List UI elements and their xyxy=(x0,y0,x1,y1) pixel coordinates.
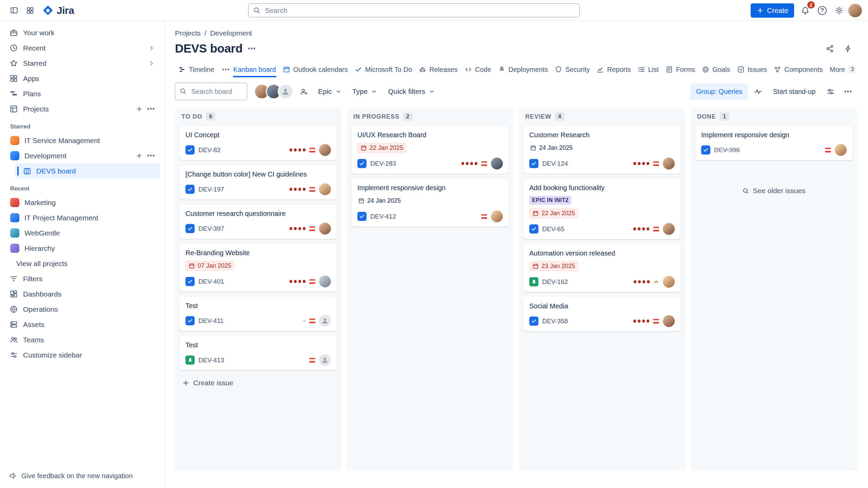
app-switcher-icon xyxy=(26,6,34,15)
issue-card[interactable]: Customer Research 24 Jan 2025 DEV-124 xyxy=(523,125,681,174)
insights-button[interactable] xyxy=(750,84,766,99)
add-project-icon[interactable] xyxy=(136,105,143,113)
see-older-issues-link[interactable]: See older issues xyxy=(737,183,810,198)
sidebar-item-assets[interactable]: Assets xyxy=(5,317,160,332)
sidebar-item-filters[interactable]: Filters xyxy=(5,271,160,286)
app-switcher-button[interactable] xyxy=(22,3,38,18)
help-button[interactable]: ? xyxy=(814,3,830,18)
breadcrumb-development[interactable]: Development xyxy=(210,29,252,37)
quick-filters-dropdown[interactable]: Quick filters xyxy=(383,83,439,100)
shield-icon xyxy=(555,66,562,73)
sidebar-item-operations[interactable]: Operations xyxy=(5,302,160,317)
main-content: Projects / Development DEVS board ⋯ Time… xyxy=(165,21,868,488)
tab-forms[interactable]: Forms xyxy=(662,62,699,77)
issue-card[interactable]: Test DEV-411 xyxy=(179,296,337,331)
due-date: 07 Jan 2025 xyxy=(198,262,231,269)
sidebar-item-hierarchy[interactable]: Hierarchy xyxy=(5,241,160,256)
task-type-icon xyxy=(357,212,367,221)
timeline-icon xyxy=(178,66,186,73)
collapse-sidebar-button[interactable] xyxy=(6,3,22,18)
board-settings-button[interactable] xyxy=(823,84,838,99)
medium-priority-icon xyxy=(309,147,316,152)
issue-card[interactable]: Add booking functionality EPIC IN INIT2 … xyxy=(523,178,681,239)
tab-goals[interactable]: Goals xyxy=(698,62,733,77)
sidebar-item-apps[interactable]: Apps xyxy=(5,71,160,86)
sidebar-item-devs-board[interactable]: DEVS board xyxy=(15,163,160,179)
start-standup-button[interactable]: Start stand-up xyxy=(768,83,821,100)
type-filter-dropdown[interactable]: Type xyxy=(348,83,382,100)
jira-logo[interactable]: Jira xyxy=(39,5,77,16)
sidebar-item-label: Projects xyxy=(23,105,49,113)
sidebar-item-recent[interactable]: Recent xyxy=(5,40,160,56)
feedback-link[interactable]: Give feedback on the new navigation xyxy=(5,468,160,483)
sidebar-item-dashboards[interactable]: Dashboards xyxy=(5,286,160,302)
due-date-chip: 23 Jan 2025 xyxy=(529,261,578,271)
create-button[interactable]: Create xyxy=(751,3,794,18)
issue-card[interactable]: [Change button color] New CI guidelines … xyxy=(179,165,337,200)
issue-card[interactable]: Implement responsive design DEV-396 xyxy=(695,125,853,160)
add-people-button[interactable] xyxy=(296,84,312,99)
create-issue-button[interactable]: Create issue xyxy=(179,375,337,391)
issue-title: Test xyxy=(185,341,331,349)
epic-filter-dropdown[interactable]: Epic xyxy=(314,83,346,100)
development-actions: ⋯ xyxy=(136,152,155,160)
sidebar-item-customize-sidebar[interactable]: Customize sidebar xyxy=(5,347,160,363)
sidebar-item-it-service-management[interactable]: IT Service Management xyxy=(5,133,160,148)
tab-deployments[interactable]: Deployments xyxy=(495,62,552,77)
column-count-badge: 4 xyxy=(555,113,564,121)
development-more-icon[interactable]: ⋯ xyxy=(147,152,155,160)
board-tab-overflow-icon[interactable]: ⋯ xyxy=(218,66,230,74)
tab-list[interactable]: List xyxy=(634,62,662,77)
tab-security[interactable]: Security xyxy=(551,62,593,77)
search-icon xyxy=(253,6,261,14)
tab-issues[interactable]: Issues xyxy=(734,62,771,77)
automation-button[interactable] xyxy=(840,41,856,56)
tab-components[interactable]: Components xyxy=(770,62,826,77)
sidebar-item-plans[interactable]: Plans xyxy=(5,86,160,101)
user-avatar[interactable] xyxy=(848,4,862,17)
sidebar-item-development[interactable]: Development ⋯ xyxy=(5,148,160,163)
issue-card[interactable]: Social Media DEV-358 xyxy=(523,297,681,331)
tab-timeline[interactable]: Timeline xyxy=(175,62,218,77)
sidebar-item-projects[interactable]: Projects ⋯ xyxy=(5,101,160,117)
sidebar-item-teams[interactable]: Teams xyxy=(5,332,160,347)
tab-more[interactable]: More 3 xyxy=(826,62,856,77)
issue-card[interactable]: Re-Branding Website 07 Jan 2025 DEV-401 xyxy=(179,243,337,292)
sidebar-item-your-work[interactable]: Your work xyxy=(5,25,160,40)
column-cards: UI/UX Research Board 22 Jan 2025 DEV-283 xyxy=(347,124,513,230)
projects-more-icon[interactable]: ⋯ xyxy=(147,105,155,113)
sidebar-item-view-all-projects[interactable]: View all projects xyxy=(5,256,160,271)
group-by-button[interactable]: Group: Queries xyxy=(690,83,748,100)
tab-outlook-calendars[interactable]: Outlook calendars xyxy=(279,62,351,77)
board-title-more-button[interactable]: ⋯ xyxy=(244,41,259,56)
tab-releases[interactable]: Releases xyxy=(415,62,461,77)
issue-card[interactable]: Test DEV-413 xyxy=(179,336,337,370)
tab-kanban-board[interactable]: Kanban board xyxy=(230,62,279,77)
board-more-button[interactable]: ⋯ xyxy=(840,84,856,99)
tab-microsoft-to-do[interactable]: Microsoft To Do xyxy=(351,62,416,77)
sidebar-item-starred[interactable]: Starred xyxy=(5,56,160,71)
project-label: IT Service Management xyxy=(24,137,100,145)
global-search-input[interactable] xyxy=(248,3,580,17)
tab-code[interactable]: Code xyxy=(461,62,495,77)
issue-title: Test xyxy=(185,301,331,310)
task-type-icon xyxy=(529,317,538,326)
bookmark-icon xyxy=(531,279,537,285)
issue-card[interactable]: Automation version released 23 Jan 2025 … xyxy=(523,244,681,292)
share-button[interactable] xyxy=(822,41,837,56)
member-avatar-placeholder[interactable] xyxy=(278,84,293,99)
issue-card[interactable]: UI Concept DEV-82 xyxy=(179,125,337,160)
add-icon[interactable] xyxy=(136,152,143,159)
sidebar-item-it-project-management[interactable]: IT Project Management xyxy=(5,210,160,225)
issue-card[interactable]: UI/UX Research Board 22 Jan 2025 DEV-283 xyxy=(351,125,509,174)
tab-reports[interactable]: Reports xyxy=(593,62,634,77)
target-icon xyxy=(702,66,709,73)
issue-key: DEV-358 xyxy=(542,318,568,325)
notifications-button[interactable]: 2 xyxy=(797,3,813,18)
sidebar-item-marketing[interactable]: Marketing xyxy=(5,195,160,210)
breadcrumb-projects[interactable]: Projects xyxy=(175,29,201,37)
settings-button[interactable] xyxy=(831,3,847,18)
sidebar-item-webgentle[interactable]: WebGentle xyxy=(5,225,160,241)
issue-card[interactable]: Implement responsive design 24 Jan 2025 … xyxy=(351,178,509,227)
issue-card[interactable]: Customer research questionnaire DEV-397 xyxy=(179,204,337,239)
